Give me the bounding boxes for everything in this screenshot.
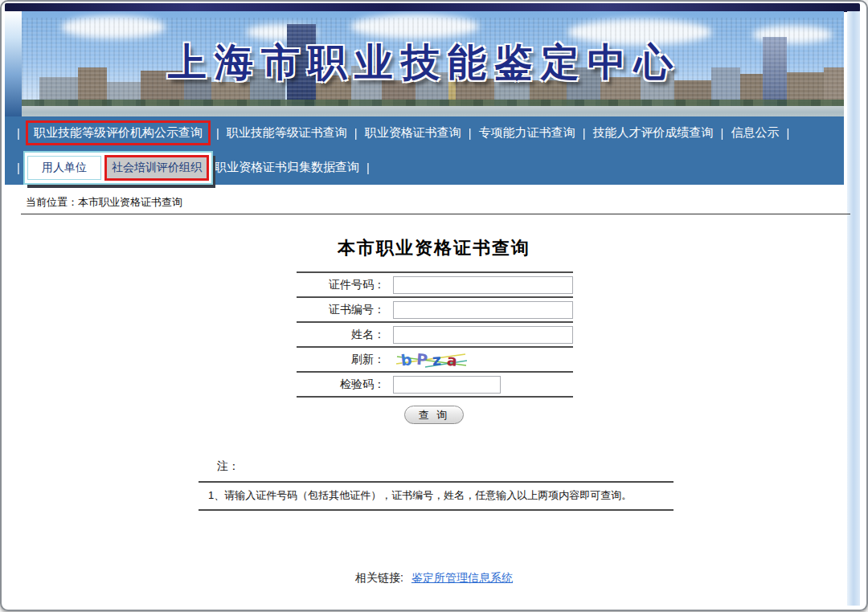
captcha-image[interactable]: b P z a [395, 350, 469, 369]
nav-separator: | [17, 126, 20, 140]
nav-separator: | [17, 161, 20, 174]
site-title: 上海市职业技能鉴定中心 [5, 37, 844, 88]
id-number-input[interactable] [393, 276, 573, 294]
captcha-letter-4: a [446, 350, 458, 369]
nav-separator: | [583, 126, 586, 140]
nav-separator: | [469, 126, 472, 140]
submenu-item-employer[interactable]: 用人单位 [27, 156, 101, 180]
page-title: 本市职业资格证书查询 [2, 236, 866, 260]
related-links-label: 相关链接: [355, 571, 403, 584]
nav-separator: | [721, 126, 724, 140]
annotation-box-nav-item: 职业技能等级评价机构公示查询 [26, 120, 211, 145]
nav-separator: | [366, 161, 370, 174]
nav-item-skill-level-cert-query[interactable]: 职业技能等级证书查询 [227, 125, 347, 141]
note-divider-top [199, 481, 674, 483]
form-row-name: 姓名： [297, 323, 573, 348]
footer: 相关链接: 鉴定所管理信息系统 [2, 571, 866, 585]
nav-item-talent-eval-score-query[interactable]: 技能人才评价成绩查询 [593, 125, 714, 141]
note-text: 1、请输入证件号码（包括其他证件），证书编号，姓名，任意输入以上两项内容即可查询… [208, 488, 670, 503]
header-banner: 上海市职业技能鉴定中心 [5, 11, 844, 116]
query-form: 证件号码： 证书编号： 姓名： 刷新： b P z a 检验码： [297, 271, 573, 398]
captcha-letter-1: b [400, 350, 413, 369]
captcha-letter-2: P [416, 350, 428, 369]
refresh-label: 刷新： [297, 353, 393, 367]
appraisal-mis-link[interactable]: 鉴定所管理信息系统 [411, 571, 513, 584]
river-graphic [22, 106, 844, 116]
nav-item-vocational-cert-query[interactable]: 职业资格证书查询 [365, 125, 461, 141]
nav-dropdown-submenu: 用人单位 社会培训评价组织 [23, 151, 213, 185]
nav-item-info-publicity[interactable]: 信息公示 [731, 125, 779, 141]
form-row-cert-number: 证书编号： [297, 298, 573, 323]
name-label: 姓名： [297, 328, 393, 342]
breadcrumb-divider [21, 214, 850, 214]
nav-separator: | [354, 126, 358, 140]
captcha-code-input[interactable] [393, 376, 501, 394]
form-row-captcha-code: 检验码： [297, 373, 573, 398]
nav-item-org-publicity-query[interactable]: 职业技能等级评价机构公示查询 [34, 125, 203, 139]
nav-item-national-cert-data-query-partial[interactable]: 家职业资格证书归集数据查询 [203, 160, 359, 175]
nav-item-special-ability-cert-query[interactable]: 专项能力证书查询 [479, 125, 575, 141]
query-submit-button[interactable]: 查 询 [404, 406, 464, 424]
breadcrumb: 当前位置：本市职业资格证书查询 [26, 195, 182, 210]
page-frame: 上海市职业技能鉴定中心 | 职业技能等级评价机构公示查询 | 职业技能等级证书查… [0, 0, 868, 611]
right-edge-strip [847, 11, 860, 606]
nav-separator: | [216, 126, 219, 140]
note-heading: 注： [217, 459, 240, 474]
id-number-label: 证件号码： [297, 278, 393, 292]
name-input[interactable] [393, 326, 573, 344]
captcha-letter-3: z [432, 350, 442, 369]
cert-number-input[interactable] [393, 301, 573, 319]
form-row-id-number: 证件号码： [297, 273, 573, 298]
submenu-item-social-training-org[interactable]: 社会培训评价组织 [104, 155, 209, 181]
form-row-captcha-image: 刷新： b P z a [297, 348, 573, 373]
note-divider-bottom [199, 509, 674, 511]
waterfront-trees-graphic [22, 100, 844, 106]
captcha-code-label: 检验码： [297, 377, 393, 392]
nav-row-1: | 职业技能等级评价机构公示查询 | 职业技能等级证书查询 | 职业资格证书查询… [5, 116, 844, 149]
nav-separator: | [786, 126, 789, 140]
cert-number-label: 证书编号： [297, 303, 393, 317]
